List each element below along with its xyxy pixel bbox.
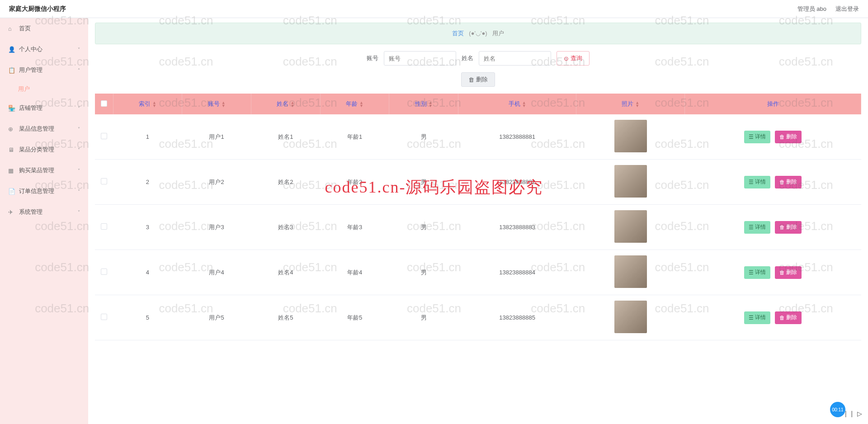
sidebar-item-7[interactable]: 📄订单信息管理˅ (0, 181, 88, 202)
select-all-checkbox[interactable] (101, 100, 107, 107)
sidebar-item-6[interactable]: ▦购买菜品管理˅ (0, 160, 88, 181)
column-header[interactable]: 性别▲▼ (389, 94, 458, 114)
cell-index: 5 (113, 295, 182, 340)
avatar (614, 301, 647, 333)
column-header[interactable]: 姓名▲▼ (251, 94, 320, 114)
chevron-down-icon: ˅ (78, 168, 80, 173)
chevron-down-icon: ˅ (78, 189, 80, 194)
sidebar-label: 店铺管理 (19, 104, 42, 112)
sort-icon: ▲▼ (222, 101, 226, 108)
chevron-down-icon: ˅ (78, 47, 80, 52)
table-row: 2 用户2 姓名2 年龄2 男 13823888882 ☰ 详情 🗑 删除 (95, 160, 861, 205)
cell-index: 3 (113, 205, 182, 250)
sidebar-icon: ⊕ (8, 126, 14, 132)
sort-icon: ▲▼ (635, 101, 639, 108)
cell-index: 1 (113, 114, 182, 160)
row-delete-button[interactable]: 🗑 删除 (775, 266, 802, 279)
cell-phone: 13823888882 (458, 160, 576, 205)
sidebar-icon: 🖥 (8, 146, 14, 153)
sidebar-item-0[interactable]: ⌂首页 (0, 18, 88, 39)
name-search-input[interactable] (479, 51, 551, 66)
detail-button[interactable]: ☰ 详情 (744, 176, 770, 188)
row-delete-button[interactable]: 🗑 删除 (775, 311, 802, 324)
row-checkbox[interactable] (101, 314, 107, 320)
admin-label[interactable]: 管理员 abo (797, 5, 826, 13)
column-header[interactable]: 索引▲▼ (113, 94, 182, 114)
search-icon: ⊙ (564, 55, 569, 62)
row-checkbox[interactable] (101, 178, 107, 184)
search-bar: 账号 姓名 ⊙ 查询 (95, 51, 861, 66)
bulk-delete-button[interactable]: 🗑 删除 (461, 72, 495, 87)
detail-button[interactable]: ☰ 详情 (744, 266, 770, 279)
cell-name: 姓名1 (251, 114, 320, 160)
table-row: 4 用户4 姓名4 年龄4 男 13823888884 ☰ 详情 🗑 删除 (95, 250, 861, 295)
detail-button[interactable]: ☰ 详情 (744, 131, 770, 143)
row-delete-button[interactable]: 🗑 删除 (775, 221, 802, 234)
sidebar-item-1[interactable]: 👤个人中心˅ (0, 39, 88, 60)
sidebar-subitem-user[interactable]: 用户 (0, 80, 88, 98)
cell-age: 年龄2 (320, 160, 389, 205)
sidebar-icon: 👤 (8, 46, 14, 53)
sidebar-icon: ▦ (8, 167, 14, 174)
cell-name: 姓名2 (251, 160, 320, 205)
list-icon: ☰ (749, 134, 754, 140)
column-header[interactable]: 手机▲▼ (458, 94, 576, 114)
trash-icon: 🗑 (779, 224, 785, 231)
cell-account: 用户5 (182, 295, 251, 340)
cell-name: 姓名3 (251, 205, 320, 250)
sidebar-icon: ⌂ (8, 25, 14, 32)
sidebar-label: 个人中心 (19, 45, 42, 53)
query-button[interactable]: ⊙ 查询 (557, 51, 590, 66)
sidebar-item-3[interactable]: 🏪店铺管理˅ (0, 98, 88, 118)
sidebar-label: 用户管理 (19, 66, 42, 74)
avatar (614, 255, 647, 288)
cell-gender: 男 (389, 295, 458, 340)
sort-icon: ▲▼ (522, 101, 526, 108)
breadcrumb-home[interactable]: 首页 (452, 30, 464, 37)
sort-icon: ▲▼ (290, 101, 294, 108)
row-checkbox[interactable] (101, 269, 107, 275)
sidebar-item-4[interactable]: ⊕菜品信息管理˅ (0, 118, 88, 139)
sidebar-label: 菜品分类管理 (19, 146, 54, 154)
sidebar-item-2[interactable]: 📋用户管理˄ (0, 60, 88, 80)
column-header[interactable]: 账号▲▼ (182, 94, 251, 114)
trash-icon: 🗑 (779, 269, 785, 276)
row-delete-button[interactable]: 🗑 删除 (775, 176, 802, 188)
list-icon: ☰ (749, 179, 754, 185)
column-header[interactable]: 照片▲▼ (576, 94, 685, 114)
chevron-down-icon: ˅ (78, 106, 80, 111)
chevron-down-icon: ˅ (78, 127, 80, 132)
sidebar-icon: ✈ (8, 209, 14, 216)
cell-age: 年龄3 (320, 205, 389, 250)
list-icon: ☰ (749, 224, 754, 231)
detail-button[interactable]: ☰ 详情 (744, 221, 770, 234)
row-checkbox[interactable] (101, 133, 107, 139)
trash-icon: 🗑 (779, 179, 785, 185)
logout-link[interactable]: 退出登录 (835, 5, 859, 13)
cell-account: 用户3 (182, 205, 251, 250)
sort-icon: ▲▼ (429, 101, 433, 108)
column-header[interactable]: 年龄▲▼ (320, 94, 389, 114)
sidebar-item-8[interactable]: ✈系统管理˅ (0, 202, 88, 222)
account-label: 账号 (367, 54, 378, 62)
name-search-label: 姓名 (462, 54, 473, 62)
avatar (614, 165, 647, 198)
cell-gender: 男 (389, 114, 458, 160)
row-delete-button[interactable]: 🗑 删除 (775, 131, 802, 143)
cell-phone: 13823888885 (458, 295, 576, 340)
chevron-down-icon: ˅ (78, 210, 80, 215)
column-header[interactable]: 操作 (685, 94, 861, 114)
account-input[interactable] (384, 51, 456, 66)
row-checkbox[interactable] (101, 223, 107, 230)
cell-phone: 13823888881 (458, 114, 576, 160)
timer-badge: 00:11 (830, 402, 845, 417)
sidebar-label: 菜品信息管理 (19, 125, 54, 133)
cell-age: 年龄1 (320, 114, 389, 160)
sidebar-item-5[interactable]: 🖥菜品分类管理˅ (0, 139, 88, 160)
sidebar-label: 订单信息管理 (19, 187, 54, 195)
cell-index: 2 (113, 160, 182, 205)
cell-account: 用户4 (182, 250, 251, 295)
avatar (614, 210, 647, 243)
detail-button[interactable]: ☰ 详情 (744, 311, 770, 324)
trash-icon: 🗑 (779, 315, 785, 321)
